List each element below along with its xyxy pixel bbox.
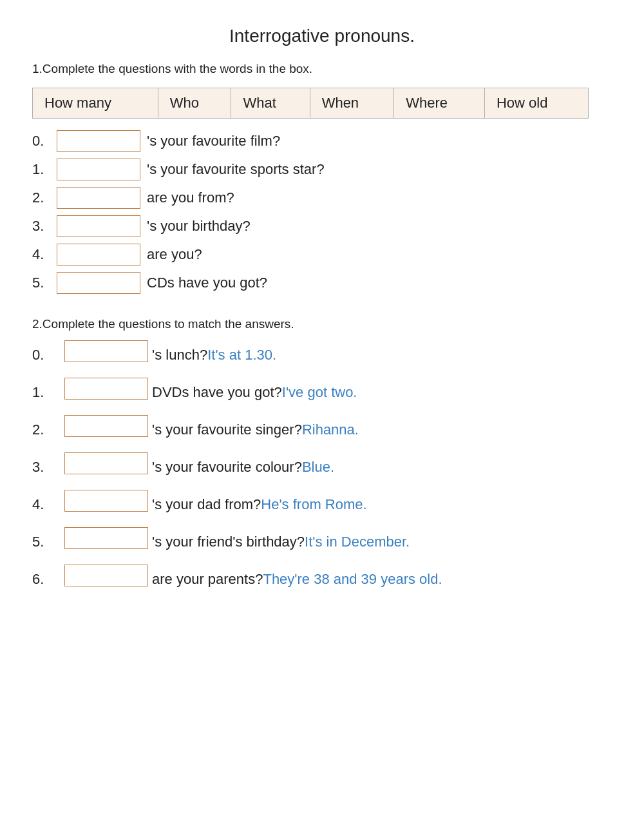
question-text: 's your favourite sports star? (147, 161, 325, 178)
q2-item: 2. 's your favourite singer? Rihanna. (32, 412, 612, 438)
answer-text: Blue. (302, 459, 334, 476)
q2-item: 5. 's your friend's birthday? It's in De… (32, 525, 612, 550)
answer-input-box[interactable] (57, 272, 140, 294)
answer-input-box[interactable] (64, 490, 148, 512)
answer-input-box[interactable] (57, 215, 140, 237)
question-number: 4. (32, 496, 64, 513)
question-text: CDs have you got? (147, 275, 267, 291)
question-number: 2. (32, 189, 57, 206)
page-title: Interrogative pronouns. (32, 26, 612, 46)
question-number: 6. (32, 571, 64, 588)
word-box-item: How old (484, 88, 588, 119)
q1-item: 1.'s your favourite sports star? (32, 159, 612, 180)
answer-input-box[interactable] (64, 340, 148, 362)
question-text: are you from? (147, 189, 234, 206)
answer-text: It's in December. (305, 534, 410, 550)
question-suffix: 's your friend's birthday? (152, 534, 305, 550)
answer-input-box[interactable] (57, 187, 140, 209)
question-number: 3. (32, 218, 57, 235)
word-box-item: How many (33, 88, 158, 119)
question-suffix: 's your favourite singer? (152, 421, 302, 438)
question-text: are you? (147, 246, 202, 263)
q2-item: 6. are your parents? They're 38 and 39 y… (32, 562, 612, 588)
question-number: 5. (32, 534, 64, 550)
q1-item: 3.'s your birthday? (32, 215, 612, 237)
q2-item: 3. 's your favourite colour? Blue. (32, 450, 612, 476)
question-suffix: are your parents? (152, 571, 263, 588)
answer-text: I've got two. (282, 384, 357, 401)
q1-item: 0.'s your favourite film? (32, 130, 612, 152)
word-box-item: Who (158, 88, 231, 119)
answer-input-box[interactable] (64, 565, 148, 586)
question-suffix: DVDs have you got? (152, 384, 282, 401)
word-box-item: When (310, 88, 394, 119)
question-number: 0. (32, 133, 57, 150)
section2-questions: 0. 's lunch? It's at 1.30.1. DVDs have y… (32, 338, 612, 588)
question-number: 1. (32, 161, 57, 178)
question-text: 's your favourite film? (147, 133, 280, 150)
answer-text: It's at 1.30. (207, 347, 276, 363)
question-suffix: 's your favourite colour? (152, 459, 302, 476)
answer-input-box[interactable] (64, 452, 148, 474)
question-text: 's your birthday? (147, 218, 251, 235)
question-number: 0. (32, 347, 64, 363)
question-number: 3. (32, 459, 64, 476)
question-number: 2. (32, 421, 64, 438)
q1-item: 2.are you from? (32, 187, 612, 209)
answer-text: They're 38 and 39 years old. (263, 571, 442, 588)
answer-input-box[interactable] (57, 159, 140, 180)
q2-item: 4. 's your dad from? He's from Rome. (32, 487, 612, 513)
word-box-item: Where (394, 88, 485, 119)
q1-item: 5.CDs have you got? (32, 272, 612, 294)
question-number: 5. (32, 275, 57, 291)
question-number: 4. (32, 246, 57, 263)
section1-label: 1.Complete the questions with the words … (32, 62, 612, 76)
answer-input-box[interactable] (57, 244, 140, 266)
answer-input-box[interactable] (64, 527, 148, 549)
word-box-item: What (231, 88, 310, 119)
section1-questions: 0.'s your favourite film?1.'s your favou… (32, 130, 612, 294)
answer-input-box[interactable] (57, 130, 140, 152)
answer-text: Rihanna. (302, 421, 359, 438)
q2-item: 1. DVDs have you got? I've got two. (32, 375, 612, 401)
q2-item: 0. 's lunch? It's at 1.30. (32, 338, 612, 363)
q1-item: 4. are you? (32, 244, 612, 266)
answer-input-box[interactable] (64, 378, 148, 400)
question-suffix: 's lunch? (152, 347, 207, 363)
question-number: 1. (32, 384, 64, 401)
question-suffix: 's your dad from? (152, 496, 261, 513)
word-box: How manyWhoWhatWhenWhereHow old (32, 88, 589, 119)
answer-input-box[interactable] (64, 415, 148, 437)
answer-text: He's from Rome. (261, 496, 366, 513)
section2-label: 2.Complete the questions to match the an… (32, 317, 612, 331)
